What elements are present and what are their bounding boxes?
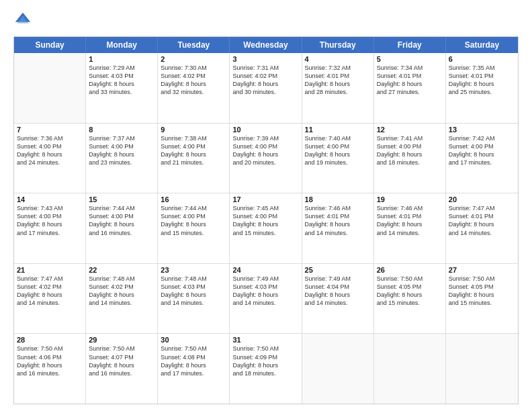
day-info-line: Daylight: 8 hours bbox=[17, 220, 83, 228]
day-header-sunday: Sunday bbox=[14, 37, 86, 53]
day-info-line: and 14 minutes. bbox=[161, 299, 226, 307]
day-info-line: and 14 minutes. bbox=[305, 229, 371, 237]
calendar: SundayMondayTuesdayWednesdayThursdayFrid… bbox=[13, 36, 519, 404]
day-info-line: Sunset: 4:00 PM bbox=[305, 142, 371, 150]
day-info-line: Sunrise: 7:44 AM bbox=[161, 204, 226, 212]
day-info-line: and 17 minutes. bbox=[17, 229, 83, 237]
calendar-cell: 20Sunrise: 7:47 AMSunset: 4:01 PMDayligh… bbox=[446, 193, 518, 263]
day-info-line: and 25 minutes. bbox=[449, 88, 515, 96]
day-info-line: Sunrise: 7:35 AM bbox=[449, 64, 515, 72]
day-info-line: Daylight: 8 hours bbox=[89, 220, 154, 228]
day-number: 25 bbox=[305, 266, 371, 274]
day-info-line: Sunset: 4:02 PM bbox=[89, 283, 154, 291]
day-number: 28 bbox=[17, 336, 83, 344]
day-info-line: Daylight: 8 hours bbox=[449, 291, 515, 299]
day-info-line: Sunrise: 7:48 AM bbox=[161, 275, 226, 283]
day-info-line: and 19 minutes. bbox=[305, 158, 371, 167]
day-info-line: Sunrise: 7:50 AM bbox=[89, 345, 154, 353]
day-info-line: Sunrise: 7:49 AM bbox=[232, 275, 298, 283]
day-info-line: Sunrise: 7:41 AM bbox=[377, 134, 443, 142]
calendar-cell: 11Sunrise: 7:40 AMSunset: 4:00 PMDayligh… bbox=[302, 124, 374, 193]
calendar-cell: 29Sunrise: 7:50 AMSunset: 4:07 PMDayligh… bbox=[86, 334, 158, 404]
day-number: 23 bbox=[161, 266, 226, 274]
day-info-line: Daylight: 8 hours bbox=[89, 80, 154, 88]
day-info-line: Daylight: 8 hours bbox=[232, 80, 298, 88]
calendar-row-3: 21Sunrise: 7:47 AMSunset: 4:02 PMDayligh… bbox=[14, 264, 518, 334]
day-number: 3 bbox=[232, 55, 298, 63]
day-info-line: and 14 minutes. bbox=[89, 299, 154, 307]
day-number: 5 bbox=[377, 55, 443, 63]
calendar-cell: 7Sunrise: 7:36 AMSunset: 4:00 PMDaylight… bbox=[14, 124, 86, 193]
day-number: 7 bbox=[17, 126, 83, 134]
day-info-line: Sunrise: 7:50 AM bbox=[17, 345, 83, 353]
day-info-line: and 15 minutes. bbox=[377, 299, 443, 307]
day-number: 2 bbox=[161, 55, 226, 63]
calendar-cell: 24Sunrise: 7:49 AMSunset: 4:03 PMDayligh… bbox=[230, 264, 302, 334]
calendar-cell: 9Sunrise: 7:38 AMSunset: 4:00 PMDaylight… bbox=[158, 124, 230, 193]
calendar-cell: 23Sunrise: 7:48 AMSunset: 4:03 PMDayligh… bbox=[158, 264, 230, 334]
calendar-cell: 3Sunrise: 7:31 AMSunset: 4:02 PMDaylight… bbox=[230, 53, 302, 123]
calendar-cell: 21Sunrise: 7:47 AMSunset: 4:02 PMDayligh… bbox=[14, 264, 86, 334]
day-number: 27 bbox=[449, 266, 515, 274]
day-info-line: Sunrise: 7:43 AM bbox=[17, 204, 83, 212]
calendar-cell: 18Sunrise: 7:46 AMSunset: 4:01 PMDayligh… bbox=[302, 193, 374, 263]
day-info-line: and 14 minutes. bbox=[305, 299, 371, 307]
day-info-line: Daylight: 8 hours bbox=[161, 220, 226, 228]
calendar-cell: 10Sunrise: 7:39 AMSunset: 4:00 PMDayligh… bbox=[230, 124, 302, 193]
day-number: 31 bbox=[232, 336, 298, 344]
day-info-line: Sunrise: 7:37 AM bbox=[89, 134, 154, 142]
day-info-line: Daylight: 8 hours bbox=[232, 361, 298, 369]
day-header-monday: Monday bbox=[86, 37, 158, 53]
calendar-row-0: 1Sunrise: 7:29 AMSunset: 4:03 PMDaylight… bbox=[14, 53, 518, 124]
day-info-line: and 14 minutes. bbox=[232, 299, 298, 307]
day-info-line: and 14 minutes. bbox=[377, 229, 443, 237]
day-info-line: Sunset: 4:00 PM bbox=[89, 142, 154, 150]
day-info-line: Sunrise: 7:50 AM bbox=[449, 275, 515, 283]
day-info-line: Daylight: 8 hours bbox=[17, 150, 83, 158]
day-info-line: Sunrise: 7:40 AM bbox=[305, 134, 371, 142]
calendar-cell: 5Sunrise: 7:34 AMSunset: 4:01 PMDaylight… bbox=[374, 53, 446, 123]
calendar-cell: 17Sunrise: 7:45 AMSunset: 4:00 PMDayligh… bbox=[230, 193, 302, 263]
day-info-line: and 30 minutes. bbox=[232, 88, 298, 96]
calendar-cell: 26Sunrise: 7:50 AMSunset: 4:05 PMDayligh… bbox=[374, 264, 446, 334]
calendar-cell: 12Sunrise: 7:41 AMSunset: 4:00 PMDayligh… bbox=[374, 124, 446, 193]
day-info-line: Sunrise: 7:29 AM bbox=[89, 64, 154, 72]
day-info-line: Daylight: 8 hours bbox=[161, 361, 226, 369]
day-info-line: Daylight: 8 hours bbox=[449, 220, 515, 228]
day-info-line: and 14 minutes. bbox=[17, 299, 83, 307]
day-info-line: Sunrise: 7:45 AM bbox=[232, 204, 298, 212]
day-number: 21 bbox=[17, 266, 83, 274]
calendar-cell: 19Sunrise: 7:46 AMSunset: 4:01 PMDayligh… bbox=[374, 193, 446, 263]
day-info-line: Sunset: 4:01 PM bbox=[305, 212, 371, 220]
day-info-line: Sunset: 4:01 PM bbox=[449, 72, 515, 80]
day-number: 30 bbox=[161, 336, 226, 344]
day-number: 9 bbox=[161, 126, 226, 134]
calendar-row-1: 7Sunrise: 7:36 AMSunset: 4:00 PMDaylight… bbox=[14, 124, 518, 194]
day-info-line: Sunrise: 7:46 AM bbox=[305, 204, 371, 212]
day-info-line: Daylight: 8 hours bbox=[232, 291, 298, 299]
day-info-line: Sunset: 4:07 PM bbox=[89, 353, 154, 361]
day-info-line: Sunrise: 7:38 AM bbox=[161, 134, 226, 142]
day-info-line: Sunset: 4:01 PM bbox=[377, 212, 443, 220]
logo bbox=[13, 11, 35, 30]
day-info-line: Daylight: 8 hours bbox=[449, 150, 515, 158]
calendar-cell: 25Sunrise: 7:49 AMSunset: 4:04 PMDayligh… bbox=[302, 264, 374, 334]
logo-icon bbox=[13, 11, 32, 30]
day-number: 12 bbox=[377, 126, 443, 134]
day-info-line: Sunset: 4:02 PM bbox=[161, 72, 226, 80]
day-info-line: Daylight: 8 hours bbox=[89, 361, 154, 369]
day-info-line: Sunset: 4:08 PM bbox=[161, 353, 226, 361]
day-info-line: Daylight: 8 hours bbox=[305, 80, 371, 88]
day-info-line: Sunset: 4:00 PM bbox=[232, 212, 298, 220]
calendar-cell: 8Sunrise: 7:37 AMSunset: 4:00 PMDaylight… bbox=[86, 124, 158, 193]
day-header-saturday: Saturday bbox=[446, 37, 518, 53]
day-info-line: Daylight: 8 hours bbox=[377, 291, 443, 299]
calendar-cell: 4Sunrise: 7:32 AMSunset: 4:01 PMDaylight… bbox=[302, 53, 374, 123]
header bbox=[13, 11, 519, 30]
day-info-line: and 17 minutes. bbox=[449, 158, 515, 167]
calendar-cell: 22Sunrise: 7:48 AMSunset: 4:02 PMDayligh… bbox=[86, 264, 158, 334]
day-info-line: Sunrise: 7:47 AM bbox=[17, 275, 83, 283]
day-info-line: and 21 minutes. bbox=[161, 158, 226, 167]
day-info-line: and 15 minutes. bbox=[161, 229, 226, 237]
day-info-line: Sunrise: 7:32 AM bbox=[305, 64, 371, 72]
